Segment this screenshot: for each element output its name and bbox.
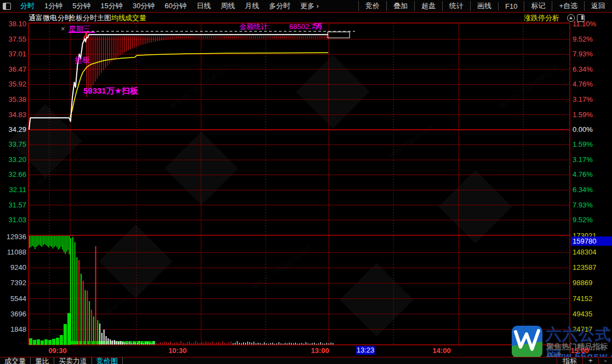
grab-board-annotation: 抢板 [75, 55, 90, 65]
pct-axis-label: 3.17% [573, 95, 593, 103]
cursor-volume-box: 159780 [571, 236, 612, 246]
toolbar-item-1[interactable]: 叠加 [386, 1, 414, 11]
price-axis-label: 33.20 [0, 155, 26, 164]
amount-stat-label: 金额统计: [239, 22, 270, 32]
volume-axis-label: 12936 [0, 233, 26, 241]
time-axis-label: 14:00 [432, 346, 450, 355]
price-axis-label: 34.83 [0, 111, 26, 119]
pct-axis-label: 3.17% [573, 155, 593, 164]
volume-axis-label-right: 123587 [573, 263, 596, 271]
sweep-annotation: 59331万★扫板 [83, 86, 138, 96]
volume-axis-label-right: 74152 [573, 294, 592, 303]
volume-axis-label: 1848 [0, 325, 26, 333]
price-axis-label: 36.47 [0, 65, 26, 73]
menu-item-1[interactable]: 1分钟 [39, 2, 67, 10]
toolbar-item-4[interactable]: 画线 [470, 1, 498, 11]
volume-axis-label-right: 98869 [573, 279, 592, 287]
chart-title-bar: 通富微电 分时 抢板分时主图 均线 成交量 涨跌停分析 [0, 13, 612, 23]
menu-item-10[interactable]: 更多 › [295, 2, 324, 10]
pct-axis-label: 6.34% [573, 186, 593, 194]
pct-axis-label: 7.93% [573, 50, 593, 58]
toolbar-item-3[interactable]: 统计 [442, 1, 470, 11]
weekday-underline [68, 32, 95, 33]
tools-menu: 竞价叠加超盘统计画线F10标记+自选返回 [358, 1, 612, 11]
menu-item-7[interactable]: 周线 [216, 2, 240, 10]
volume-axis-label-right: 148304 [573, 248, 596, 256]
time-axis-label: 10:30 [168, 346, 186, 355]
price-axis-label: 31.57 [0, 201, 26, 209]
toolbar-item-7[interactable]: +自选 [552, 1, 584, 11]
price-axis-label: 35.92 [0, 80, 26, 88]
bottom-right-tabs: 指标+- [557, 356, 612, 364]
pct-axis-label: 1.59% [573, 111, 593, 119]
menu-item-5[interactable]: 60分钟 [159, 2, 191, 10]
bottom-tab-3[interactable]: 竞价图 [92, 357, 123, 364]
toolbar-item-0[interactable]: 竞价 [358, 1, 386, 11]
bottom-right-tab-0[interactable]: 指标 [557, 356, 582, 364]
indicator-name[interactable]: 抢板分时主图 [68, 13, 111, 23]
menu-item-3[interactable]: 15分钟 [95, 2, 127, 10]
price-axis-label: 32.11 [0, 186, 26, 194]
pct-axis-label: 1.59% [573, 140, 593, 148]
limit-hit-x-marker: ✗ [82, 30, 90, 41]
price-axis-label: 32.66 [0, 170, 26, 178]
bottom-tab-2[interactable]: 买卖力道 [54, 357, 92, 364]
price-axis-label: 37.55 [0, 35, 26, 43]
menu-item-2[interactable]: 5分钟 [67, 2, 95, 10]
menu-item-6[interactable]: 日线 [192, 2, 216, 10]
volume-axis-label: 3696 [0, 310, 26, 318]
bottom-tab-bar: 成交量量比买卖力道竞价图 指标+- [0, 357, 612, 364]
bottom-right-tab-2[interactable]: - [598, 356, 612, 364]
indicator-tabs: 成交量量比买卖力道竞价图 [0, 356, 123, 364]
menu-item-0[interactable]: 分时 [15, 2, 39, 10]
menu-item-4[interactable]: 30分钟 [128, 2, 159, 10]
price-axis-label: 34.29 [0, 125, 26, 134]
volume-axis-label: 5544 [0, 294, 26, 303]
volume-axis-label: 9240 [0, 263, 26, 271]
time-axis-label: 15:00 [570, 346, 588, 355]
price-axis-label: 35.38 [0, 95, 26, 103]
menu-item-9[interactable]: 多分时 [264, 2, 295, 10]
site-logo-icon [511, 325, 543, 358]
toolbar-item-2[interactable]: 超盘 [414, 1, 442, 11]
bottom-tab-0[interactable]: 成交量 [0, 357, 31, 364]
volume-toggle[interactable]: 成交量 [125, 13, 146, 23]
pct-axis-label: 9.52% [573, 35, 593, 43]
time-axis-label: 13:00 [311, 346, 329, 355]
pct-axis-label: 4.76% [573, 80, 593, 88]
ma-toggle[interactable]: 均线 [111, 13, 125, 23]
price-axis-label: 33.75 [0, 140, 26, 148]
stock-name[interactable]: 通富微电 [28, 13, 57, 23]
limit-analysis-link[interactable]: 涨跌停分析 [524, 13, 559, 23]
price-axis-label: 37.01 [0, 50, 26, 58]
annotation-close-icon[interactable]: × [61, 25, 65, 33]
pct-axis-label: 0.00% [573, 125, 593, 134]
volume-axis-label: 7392 [0, 279, 26, 287]
toolbar-item-8[interactable]: 返回 [584, 1, 612, 11]
menu-item-8[interactable]: 月线 [240, 2, 264, 10]
price-axis-label: 31.03 [0, 216, 26, 224]
top-menu-bar: 分时1分钟5分钟15分钟30分钟60分钟日线周线月线多分时更多 › 竞价叠加超盘… [0, 0, 612, 13]
pct-axis-label: 4.76% [573, 170, 593, 178]
volume-axis-label-right: 49435 [573, 310, 592, 318]
pct-axis-label: 7.93% [573, 201, 593, 209]
time-axis-label: 09:30 [48, 346, 66, 355]
average-price-line [70, 53, 328, 117]
bottom-right-tab-1[interactable]: + [582, 356, 598, 364]
toolbar-item-5[interactable]: F10 [498, 2, 524, 10]
price-line [29, 34, 328, 130]
window-split-icon[interactable] [3, 3, 11, 10]
toolbar-item-6[interactable]: 标记 [524, 1, 552, 11]
pane-split-icon[interactable] [577, 14, 585, 22]
pct-axis-label: 9.52% [573, 216, 593, 224]
period-menu: 分时1分钟5分钟15分钟30分钟60分钟日线周线月线多分时更多 › [15, 1, 324, 11]
expand-up-icon[interactable] [567, 14, 575, 22]
chart-canvas[interactable] [0, 0, 612, 364]
volume-axis-label: 11088 [0, 248, 26, 256]
cursor-time-box: 13:23 [356, 346, 375, 355]
pct-axis-label: 6.34% [573, 65, 593, 73]
bottom-tab-1[interactable]: 量比 [31, 357, 54, 364]
